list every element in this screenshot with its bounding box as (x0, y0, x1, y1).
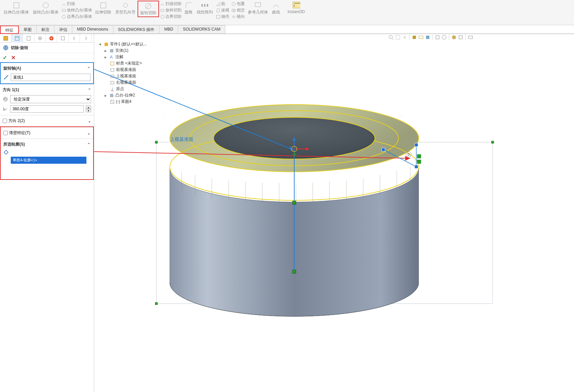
tree-boss-extrude[interactable]: ▸ 凸台-拉伸2 (99, 92, 170, 99)
svg-point-33 (3, 97, 7, 101)
boundary-boss-button[interactable]: 边界凸台/基体 (61, 13, 93, 20)
expand-toggle[interactable]: ▸ (105, 48, 108, 53)
ref-geometry-button[interactable]: 参考几何体 (246, 1, 270, 16)
display-icon (49, 36, 54, 41)
instant3d-button[interactable]: Instant3D (285, 1, 307, 15)
spin-up-button[interactable]: ▲ (86, 106, 91, 109)
axis-section-header[interactable]: 旋转轴(A) ⌃ (1, 64, 93, 73)
property-title: 切除-旋转 (11, 45, 28, 51)
panel-tab-prev[interactable] (69, 34, 80, 43)
panel-tab-display[interactable] (46, 34, 57, 43)
tree-top-plane[interactable]: 上视基准面 (99, 73, 170, 79)
cancel-button[interactable]: ✕ (11, 54, 15, 61)
tree-annotations[interactable]: ▸ A 注解 (99, 54, 170, 60)
linear-pattern-button[interactable]: 线性阵列 (195, 1, 215, 16)
instant3d-icon (292, 1, 300, 9)
tree-root[interactable]: ▾ 零件1 (默认<<默认... (99, 41, 170, 47)
part-icon (104, 42, 109, 47)
panel-tab-config[interactable] (23, 34, 34, 43)
panel-tab-property-manager[interactable] (11, 34, 23, 43)
ok-button[interactable]: ✓ (3, 54, 7, 61)
mirror-icon (231, 14, 236, 19)
angle-input[interactable] (10, 105, 84, 113)
curves-button[interactable]: 曲线 (270, 1, 282, 16)
tab-evaluate[interactable]: 评估 (54, 25, 72, 34)
command-tabs: 特征 草图 标注 评估 MBD Dimensions SOLIDWORKS 插件… (0, 25, 574, 34)
boundary-cut-button[interactable]: 边界切除 (159, 13, 183, 20)
svg-point-5 (123, 3, 127, 7)
origin-icon (110, 87, 115, 91)
angle-spinner[interactable]: ▲▼ (86, 106, 91, 112)
tree-material[interactable]: 材质 <未指定> (99, 60, 170, 67)
svg-rect-102 (111, 81, 114, 84)
loft-cut-button[interactable]: 放样切割 (159, 7, 183, 13)
selected-contours-header[interactable]: 所选轮廓(S) ⌃ (1, 140, 93, 149)
rib-button[interactable]: 筋 (215, 1, 230, 7)
extrude-cut-button[interactable]: 拉伸切除 (93, 1, 113, 16)
fillet-button[interactable]: 圆角 (183, 1, 195, 16)
plane-label: 上视基准面 (170, 136, 193, 143)
ref-geometry-icon (254, 1, 262, 9)
reverse-direction-icon[interactable] (3, 96, 8, 102)
extrude-boss-label: 拉伸凸台/基体 (4, 9, 29, 15)
spin-down-button[interactable]: ▼ (86, 109, 91, 112)
tree-sketch4[interactable]: (-) 草图4 (99, 99, 170, 105)
wrap-button[interactable]: 包覆 (230, 1, 246, 7)
sweep-button[interactable]: 扫描 (61, 1, 93, 7)
panel-tab-dimxpert[interactable] (34, 34, 46, 43)
panel-tab-more1[interactable] (57, 34, 69, 43)
sweep-cut-button[interactable]: 扫描切除 (159, 1, 183, 7)
selected-contour-item[interactable]: 草图4-轮廓<1> (11, 157, 86, 164)
tree-front-plane[interactable]: 前视基准面 (99, 67, 170, 73)
direction1-header[interactable]: 方向 1(1) ⌃ (0, 86, 94, 94)
panel-tab-next[interactable] (80, 34, 91, 43)
extrude-boss-button[interactable]: 拉伸凸台/基体 (2, 1, 31, 16)
thin-feature-checkbox-row[interactable]: 薄壁特征(T) ⌄ (1, 129, 93, 137)
loft-boss-button[interactable]: 放样凸台/基体 (61, 7, 93, 13)
shell-icon (216, 14, 221, 19)
expand-toggle[interactable]: ▾ (99, 42, 103, 47)
tab-sketch[interactable]: 草图 (19, 25, 37, 34)
panel-tab-strip (0, 34, 94, 43)
shell-button[interactable]: 抽壳 (215, 13, 230, 20)
chevron-down-icon: ⌄ (87, 131, 90, 135)
expand-toggle[interactable]: ▸ (105, 55, 108, 60)
direction2-checkbox-row[interactable]: 方向 2(2) ⌄ (0, 117, 94, 125)
expand-toggle[interactable]: ▸ (105, 93, 108, 98)
svg-rect-24 (27, 36, 30, 40)
tree-origin[interactable]: 原点 (99, 86, 170, 92)
revolve-cut-button[interactable]: 旋转切除 (138, 1, 158, 16)
axis-section: 旋转轴(A) ⌃ (0, 62, 94, 84)
direction2-section: 方向 2(2) ⌄ (0, 115, 94, 126)
axis-input[interactable] (11, 74, 90, 81)
hole-wizard-button[interactable]: 异型孔向导 (113, 1, 138, 16)
tab-solidworks-plugin[interactable]: SOLIDWORKS 插件 (113, 25, 160, 34)
mirror-button[interactable]: 镜向 (230, 13, 246, 20)
tab-mbd-dimensions[interactable]: MBD Dimensions (72, 25, 113, 34)
revolve-boss-icon (42, 1, 50, 9)
svg-point-1 (43, 3, 48, 8)
tree-right-plane[interactable]: 右视基准面 (99, 79, 170, 86)
svg-rect-100 (111, 69, 114, 71)
tree-solid-bodies[interactable]: ▸ 实体(1) (99, 47, 170, 54)
svg-rect-94 (491, 141, 494, 144)
intersect-button[interactable]: 相交 (230, 7, 246, 13)
revolve-boss-button[interactable]: 旋转凸台/基体 (31, 1, 60, 16)
end-condition-select[interactable]: 给定深度 (10, 95, 91, 103)
annotations-icon: A (109, 55, 114, 60)
tab-mbd[interactable]: MBD (159, 25, 178, 34)
svg-line-107 (111, 101, 113, 103)
panel-tab-feature-tree[interactable] (0, 34, 11, 43)
selected-contours-section: 所选轮廓(S) ⌃ 草图4-轮廓<1> (1, 139, 93, 166)
draft-button[interactable]: 拔模 (215, 7, 230, 13)
svg-rect-93 (155, 141, 158, 144)
tab-features[interactable]: 特征 (0, 26, 19, 34)
tab-solidworks-cam[interactable]: SOLIDWORKS CAM (178, 25, 225, 34)
svg-rect-75 (293, 270, 296, 273)
thin-feature-checkbox[interactable] (3, 131, 8, 135)
svg-point-9 (161, 15, 164, 18)
direction2-checkbox[interactable] (3, 119, 7, 123)
svg-rect-0 (14, 3, 19, 8)
tab-annotate[interactable]: 标注 (37, 25, 54, 34)
svg-point-14 (232, 2, 235, 6)
